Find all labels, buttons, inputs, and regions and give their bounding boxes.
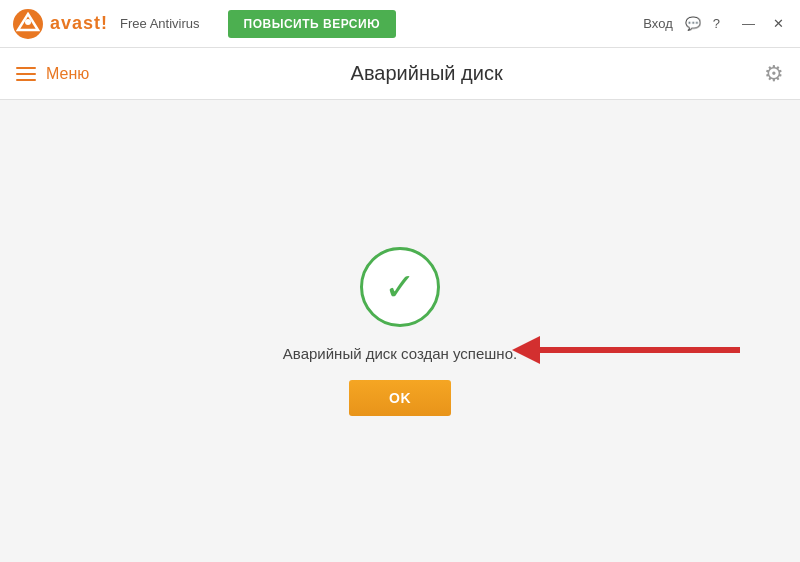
menu-bar: Меню Аварийный диск ⚙ (0, 48, 800, 100)
title-bar-right: Вход 💬 ? — ✕ (643, 14, 788, 33)
arrow-annotation (512, 336, 740, 364)
settings-icon[interactable]: ⚙ (764, 61, 784, 87)
menu-button[interactable]: Меню (16, 65, 89, 83)
close-button[interactable]: ✕ (769, 14, 788, 33)
window-controls: — ✕ (738, 14, 788, 33)
success-circle: ✓ (360, 247, 440, 327)
page-title: Аварийный диск (351, 62, 503, 85)
svg-point-1 (25, 19, 31, 25)
hamburger-icon (16, 67, 36, 81)
main-content: ✓ Аварийный диск создан успешно. OK (0, 100, 800, 562)
brand-name: avast! (50, 13, 108, 34)
checkmark-icon: ✓ (384, 268, 416, 306)
minimize-button[interactable]: — (738, 14, 759, 33)
help-icon[interactable]: ? (713, 16, 720, 31)
avast-logo-icon (12, 8, 44, 40)
menu-label: Меню (46, 65, 89, 83)
success-message: Аварийный диск создан успешно. (283, 345, 517, 362)
app-subtitle: Free Antivirus (120, 16, 199, 31)
login-label[interactable]: Вход (643, 16, 672, 31)
red-arrow (512, 336, 740, 364)
title-bar-left: avast! Free Antivirus ПОВЫСИТЬ ВЕРСИЮ (12, 8, 643, 40)
title-bar: avast! Free Antivirus ПОВЫСИТЬ ВЕРСИЮ Вх… (0, 0, 800, 48)
upgrade-button[interactable]: ПОВЫСИТЬ ВЕРСИЮ (228, 10, 397, 38)
arrow-line (540, 347, 740, 353)
avast-logo: avast! (12, 8, 108, 40)
chat-icon[interactable]: 💬 (685, 16, 701, 31)
ok-button[interactable]: OK (349, 380, 451, 416)
success-area: ✓ Аварийный диск создан успешно. OK (283, 247, 517, 416)
